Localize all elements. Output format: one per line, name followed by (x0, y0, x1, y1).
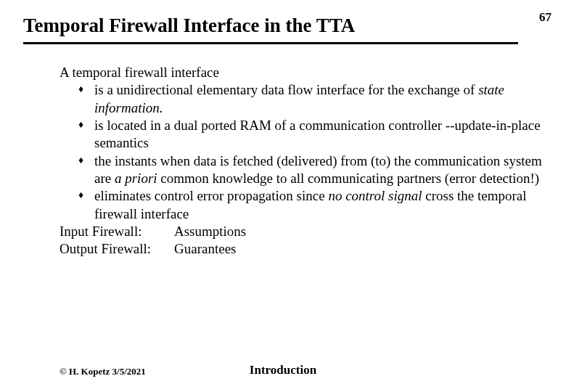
bullet-text-em: no control signal (328, 188, 422, 203)
bullet-text-post: common knowledge to all communicating pa… (157, 171, 540, 186)
intro-line: A temporal firewall interface (60, 64, 543, 81)
title-underline (23, 42, 518, 44)
bullet-text-pre: is a unidirectional elementary data flow… (94, 82, 478, 97)
footer-section: Introduction (0, 363, 566, 377)
post-label: Input Firewall: (60, 223, 174, 240)
list-item: the instants when data is fetched (deliv… (78, 152, 543, 188)
post-lines: Input Firewall: Assumptions Output Firew… (60, 223, 543, 258)
bullet-text-em: a priori (115, 171, 157, 186)
list-item: eliminates control error propagation sin… (78, 187, 543, 223)
post-value: Assumptions (174, 223, 246, 240)
bullet-text-pre: is located in a dual ported RAM of a com… (94, 118, 541, 150)
post-value: Guarantees (174, 240, 236, 258)
post-label: Output Firewall: (60, 240, 174, 258)
slide-title: Temporal Firewall Interface in the TTA (23, 15, 355, 37)
bullet-list: is a unidirectional elementary data flow… (60, 81, 543, 223)
page-number: 67 (539, 10, 551, 25)
list-item: is a unidirectional elementary data flow… (78, 81, 543, 117)
post-row: Input Firewall: Assumptions (60, 223, 543, 240)
list-item: is located in a dual ported RAM of a com… (78, 117, 543, 152)
slide-content: A temporal firewall interface is a unidi… (60, 64, 543, 258)
bullet-text-pre: eliminates control error propagation sin… (94, 188, 328, 203)
post-row: Output Firewall: Guarantees (60, 240, 543, 258)
